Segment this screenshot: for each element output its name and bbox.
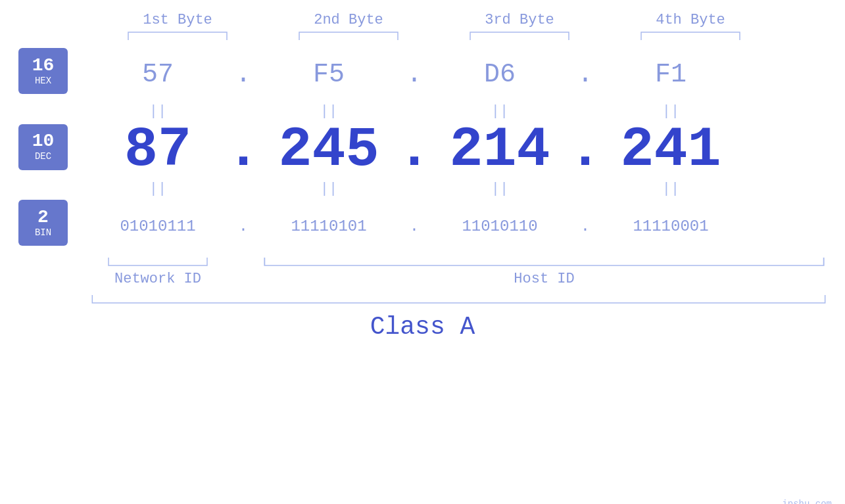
dblbar-3: ||: [427, 103, 572, 120]
byte1-header: 1st Byte: [105, 12, 250, 28]
page: 1st Byte 2nd Byte 3rd Byte 4th Byte: [0, 12, 845, 504]
bin-badge-label: BIN: [35, 228, 51, 238]
dblbar-2: ||: [256, 103, 401, 120]
dot-dec-1: .: [230, 122, 256, 178]
hex-badge: 16 HEX: [18, 48, 68, 94]
byte3-header: 3rd Byte: [447, 12, 592, 28]
dot-dec-3: .: [572, 122, 598, 178]
bracket-top-4: [618, 30, 763, 41]
bracket-top-2: [276, 30, 421, 41]
dec-badge-number: 10: [32, 131, 55, 152]
hex-val-2: F5: [256, 60, 401, 89]
dec-val-3: 214: [427, 122, 572, 178]
dot-hex-1: .: [230, 60, 256, 89]
dot-bin-3: .: [572, 218, 598, 235]
bin-val-2: 11110101: [256, 218, 401, 235]
hex-badge-label: HEX: [35, 76, 51, 86]
dot-hex-3: .: [572, 60, 598, 89]
byte2-header: 2nd Byte: [276, 12, 421, 28]
dblbar2-1: ||: [85, 181, 230, 197]
bracket-top-3: [447, 30, 592, 41]
bracket-bottom-host: [256, 256, 832, 268]
dblbar2-2: ||: [256, 181, 401, 197]
dot-hex-2: .: [401, 60, 427, 89]
bracket-bottom-network-svg: [85, 256, 230, 268]
class-label: Class A: [370, 313, 475, 341]
dot-header-3: [592, 12, 618, 28]
byte4-header: 4th Byte: [618, 12, 763, 28]
dot-dec-2: .: [401, 122, 427, 178]
bin-val-3: 11010110: [427, 218, 572, 235]
dot-header-2: [421, 12, 447, 28]
bin-val-4: 11110001: [598, 218, 743, 235]
dblbar-1: ||: [85, 103, 230, 120]
watermark: ipshu.com: [782, 499, 832, 504]
host-id-label: Host ID: [256, 271, 832, 287]
dblbar-4: ||: [598, 103, 743, 120]
dblbar2-4: ||: [598, 181, 743, 197]
dec-val-1: 87: [85, 122, 230, 178]
hex-val-4: F1: [598, 60, 743, 89]
bin-badge-number: 2: [37, 208, 49, 228]
dec-badge: 10 DEC: [18, 124, 68, 170]
dec-val-2: 245: [256, 122, 401, 178]
bracket-top-1: [105, 30, 250, 41]
dec-badge-label: DEC: [35, 152, 51, 162]
bin-badge: 2 BIN: [18, 200, 68, 246]
dot-bin-2: .: [401, 218, 427, 235]
class-bracket: [85, 294, 832, 306]
dblbar2-3: ||: [427, 181, 572, 197]
hex-val-3: D6: [427, 60, 572, 89]
hex-val-1: 57: [85, 60, 230, 89]
dot-bin-1: .: [230, 218, 256, 235]
hex-badge-number: 16: [32, 56, 55, 76]
dec-val-4: 241: [598, 122, 743, 178]
dot-header-1: [250, 12, 276, 28]
bin-val-1: 01010111: [85, 218, 230, 235]
network-id-label: Network ID: [85, 271, 230, 287]
class-label-row: Class A: [0, 313, 845, 341]
